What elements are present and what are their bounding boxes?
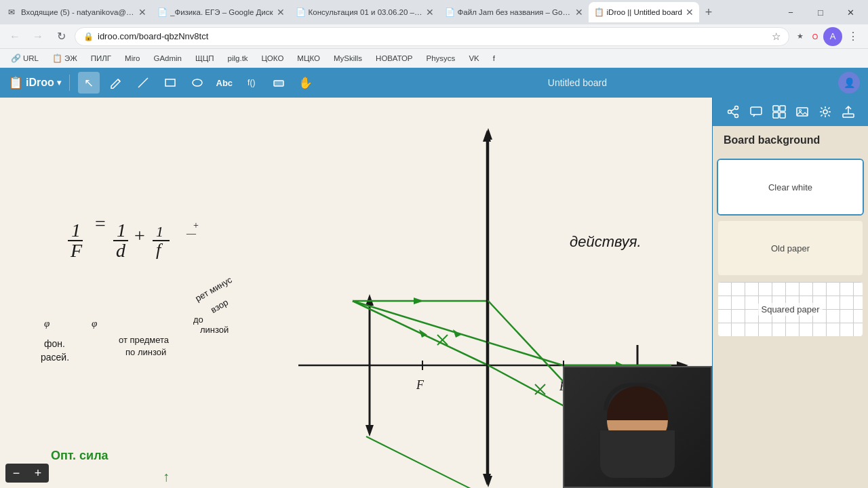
tool-formula-button[interactable]: f() (241, 72, 262, 94)
tab-5-close[interactable]: ✕ (686, 7, 694, 18)
label-deistvuya: действуя. (570, 233, 642, 251)
tab-3-close[interactable]: ✕ (426, 7, 434, 18)
new-tab-button[interactable]: + (699, 3, 718, 22)
svg-line-0 (138, 78, 148, 87)
panel-users-button[interactable] (769, 102, 789, 122)
label-phi2: φ (92, 318, 97, 329)
bookmark-physycs[interactable]: Physycs (421, 53, 461, 64)
panel-settings-button[interactable] (815, 102, 835, 122)
panel-share-button[interactable] (723, 102, 743, 122)
panel-chat-button[interactable] (746, 102, 766, 122)
tab-4-label: Файл Jam без названия – Googl... (458, 8, 572, 16)
bg-squared-preview: Squared paper (718, 282, 863, 336)
bookmark-coko[interactable]: ЦОКО (256, 53, 290, 64)
tab-5[interactable]: 📋 iDroo || Untitled board ✕ (589, 2, 699, 22)
bookmark-vk[interactable]: VK (463, 53, 484, 64)
svg-text:1: 1 (117, 220, 126, 241)
user-avatar-button[interactable]: 👤 (838, 72, 860, 94)
tab-1[interactable]: ✉ Входящие (5) - natyanikova@gm... ✕ (3, 2, 152, 22)
tool-eraser-button[interactable] (268, 72, 290, 94)
label-front: фон. (44, 338, 65, 349)
bookmark-url-label: URL (23, 54, 39, 62)
maximize-button[interactable]: □ (806, 0, 835, 24)
tool-hand-button[interactable]: ✋ (295, 72, 317, 94)
bookmark-miro-label: Miro (125, 54, 140, 62)
close-button[interactable]: ✕ (835, 0, 865, 24)
bookmark-pilgtk-label: pilg.tk (228, 54, 248, 62)
svg-rect-67 (843, 114, 854, 117)
logo-icon: 📋 (8, 75, 23, 90)
tab-5-favicon: 📋 (594, 7, 604, 17)
bg-option-squared-paper[interactable]: Squared paper (717, 281, 864, 338)
canvas-area[interactable]: F F (0, 98, 712, 488)
zoom-out-button[interactable]: − (5, 464, 27, 483)
svg-rect-61 (780, 106, 785, 111)
app-area: 📋 iDroo ▾ ↖ Abc f() ✋ Untitled board (0, 68, 868, 488)
svg-rect-62 (773, 113, 778, 118)
bookmark-mcko[interactable]: МЦКО (292, 53, 326, 64)
tab-4-favicon: 📄 (445, 7, 454, 17)
tool-pen-button[interactable] (105, 72, 127, 94)
tool-line-button[interactable] (132, 72, 154, 94)
panel-image-button[interactable] (792, 102, 812, 122)
svg-text:+: + (134, 225, 145, 246)
ext-opera[interactable]: O (808, 30, 822, 43)
bookmark-pilg[interactable]: ПИЛГ (85, 53, 117, 64)
bookmark-miro[interactable]: Miro (119, 53, 145, 64)
bookmark-shchcp[interactable]: ЩЦП (190, 53, 220, 64)
tab-3-label: Консультация 01 и 03.06.20 – С... (309, 8, 422, 16)
bookmark-pilgtk[interactable]: pilg.tk (222, 53, 254, 64)
ext-1[interactable]: ★ (793, 30, 807, 43)
svg-rect-59 (751, 107, 762, 115)
url-bar[interactable]: 🔒 idroo.com/board-qbzNnv8tct ☆ (75, 27, 789, 46)
svg-point-56 (728, 110, 731, 114)
tab-2-label: _Физика. ЕГЭ – Google Диск (170, 8, 273, 16)
more-button[interactable]: ⋮ (844, 27, 863, 46)
svg-text:d: d (116, 240, 126, 261)
formula-svg: 1 F = 1 d + 1 f + — (68, 216, 285, 298)
forward-button[interactable]: → (28, 27, 47, 46)
bookmark-pilg-label: ПИЛГ (91, 54, 111, 62)
zoom-in-button[interactable]: + (27, 464, 49, 483)
tool-rectangle-button[interactable] (159, 72, 181, 94)
svg-marker-12 (366, 425, 374, 436)
bookmark-ej[interactable]: 📋 ЭЖ (47, 52, 83, 64)
tab-3[interactable]: 📄 Консультация 01 и 03.06.20 – С... ✕ (290, 2, 439, 22)
url-text: idroo.com/board-qbzNnv8tct (98, 31, 768, 41)
tool-select-button[interactable]: ↖ (78, 72, 100, 94)
tab-4-close[interactable]: ✕ (575, 7, 583, 18)
bookmark-star[interactable]: ☆ (772, 30, 781, 43)
svg-text:F: F (416, 378, 425, 392)
tool-ellipse-button[interactable] (186, 72, 208, 94)
bookmark-fb[interactable]: f (488, 53, 500, 64)
panel-export-button[interactable] (838, 102, 859, 122)
tab-4[interactable]: 📄 Файл Jam без названия – Googl... ✕ (439, 2, 589, 22)
tab-bar: ✉ Входящие (5) - natyanikova@gm... ✕ 📄 _… (0, 0, 868, 24)
svg-point-66 (823, 110, 827, 114)
reload-button[interactable]: ↻ (52, 27, 71, 46)
tab-1-close[interactable]: ✕ (138, 7, 146, 18)
svg-rect-3 (274, 81, 283, 86)
bookmark-gadmin[interactable]: GAdmin (148, 53, 187, 64)
bookmark-url[interactable]: 🔗 URL (5, 52, 44, 64)
bg-option-old-paper[interactable]: Old paper (717, 220, 864, 277)
profile-icon[interactable]: А (823, 27, 842, 46)
bookmark-novator[interactable]: НОВАТОР (370, 53, 418, 64)
content-area: ◀ ▶ F F (0, 98, 868, 488)
bookmark-myskills[interactable]: MySkills (328, 53, 368, 64)
bg-option-clear-white[interactable]: Clear white (717, 159, 864, 216)
svg-point-65 (799, 110, 801, 112)
tool-text-button[interactable]: Abc (214, 72, 235, 94)
logo-text: iDroo (26, 77, 54, 89)
svg-text:F: F (70, 240, 83, 261)
back-button[interactable]: ← (5, 27, 24, 46)
minimize-button[interactable]: − (776, 0, 806, 24)
idroo-toolbar: 📋 iDroo ▾ ↖ Abc f() ✋ Untitled board (0, 68, 868, 98)
bookmark-gadmin-label: GAdmin (153, 54, 182, 62)
tab-2[interactable]: 📄 _Физика. ЕГЭ – Google Диск ✕ (152, 2, 290, 22)
panel-title: Board background (724, 134, 820, 146)
idroo-logo[interactable]: 📋 iDroo ▾ (8, 75, 61, 90)
svg-text:f: f (156, 240, 163, 260)
label-do: до (193, 314, 203, 325)
tab-2-close[interactable]: ✕ (277, 7, 285, 18)
